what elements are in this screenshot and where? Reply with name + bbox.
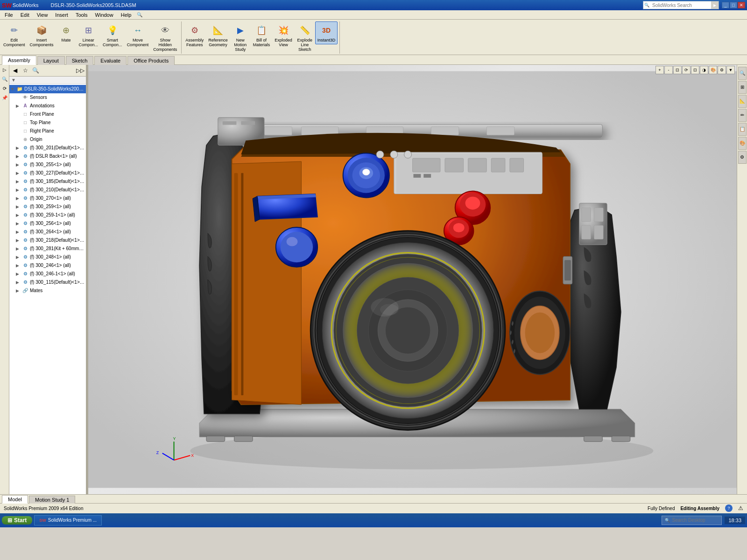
menu-view[interactable]: View	[33, 11, 52, 19]
tree-item-300-256[interactable]: ▶ ⚙ (f) 300_256<1> (all)	[9, 219, 86, 228]
sidebar-search-button[interactable]: 🔍	[31, 66, 40, 75]
edit-component-button[interactable]: ✏ EditComponent	[1, 21, 28, 49]
svg-rect-25	[413, 174, 421, 177]
linear-compon-button[interactable]: ⊞ LinearCompon...	[77, 21, 101, 49]
right-tool-3[interactable]: 📐	[738, 95, 747, 108]
appearance-button[interactable]: 🎨	[709, 66, 717, 74]
bill-of-materials-button[interactable]: 📋 Bill ofMaterials	[251, 21, 273, 49]
insert-components-button[interactable]: 📦 InsertComponents	[28, 21, 56, 49]
tab-assembly[interactable]: Assembly	[2, 56, 36, 65]
tree-item-300-281[interactable]: ▶ ⚙ (f) 300_281(Kit + 60mm)<1> (e	[9, 245, 86, 253]
maximize-button[interactable]: □	[730, 2, 737, 8]
right-tool-1[interactable]: 🔍	[738, 67, 747, 80]
tree-item-300-259[interactable]: ▶ ⚙ (f) 300_259<1> (all)	[9, 203, 86, 211]
assembly-features-button[interactable]: ⚙ AssemblyFeatures	[183, 21, 206, 49]
search-desktop-area[interactable]: 🔍	[662, 516, 722, 525]
settings-button[interactable]: ⚙	[718, 66, 726, 74]
expand-icon: ▶	[16, 104, 21, 108]
tab-layout[interactable]: Layout	[37, 56, 65, 65]
right-tool-2[interactable]: ⊞	[738, 81, 747, 94]
svg-text:Y: Y	[173, 436, 176, 441]
zoom-fit-button[interactable]: ⊡	[673, 66, 682, 74]
tree-item-300-259-1[interactable]: ▶ ⚙ (f) 300_259-1<1> (all)	[9, 211, 86, 219]
fully-defined-label: Fully Defined	[648, 506, 675, 511]
close-button[interactable]: ✕	[738, 2, 745, 8]
3d-viewport[interactable]: + - ⊡ ⟳ ⊡ ◑ 🎨 ⚙ ▼	[88, 65, 737, 494]
tree-item-300-185[interactable]: ▶ ⚙ (f) 300_185(Default)<1> (all)	[9, 177, 86, 186]
tab-model[interactable]: Model	[2, 495, 28, 504]
tree-item-mates[interactable]: ▶ 🔗 Mates	[9, 287, 86, 295]
tree-item-origin[interactable]: ⊕ Origin	[9, 135, 86, 144]
sidebar-star-button[interactable]: ☆	[21, 66, 30, 75]
tree-item-300-246-1[interactable]: ▶ ⚙ (f) 300_246-1<1> (all)	[9, 270, 86, 278]
help-icon[interactable]: ?	[725, 504, 733, 512]
reference-geometry-button[interactable]: 📐 ReferenceGeometry	[206, 21, 230, 49]
tree-item-annotations[interactable]: ▶ A Annotations	[9, 102, 86, 110]
tree-item-300-210[interactable]: ▶ ⚙ (f) 300_210(Default)<1> (all)	[9, 186, 86, 194]
smart-compon-button[interactable]: 💡 SmartCompon...	[100, 21, 125, 49]
warning-icon[interactable]: ⚠	[738, 505, 743, 511]
tree-item-300-218[interactable]: ▶ ⚙ (f) 300_218(Default)<1> (all)	[9, 236, 86, 245]
view-options-button[interactable]: ⊡	[691, 66, 699, 74]
move-component-button[interactable]: ↔ MoveComponent	[125, 21, 151, 49]
menu-window[interactable]: Window	[92, 11, 117, 19]
tree-item-dslr-back[interactable]: ▶ ⚙ (f) DSLR Back<1> (all)	[9, 152, 86, 161]
tree-item-300-246[interactable]: ▶ ⚙ (f) 300_246<1> (all)	[9, 261, 86, 270]
search-go-button[interactable]: ▶	[711, 1, 719, 9]
tab-sketch[interactable]: Sketch	[66, 56, 94, 65]
menu-edit[interactable]: Edit	[17, 11, 33, 19]
search-desktop-input[interactable]	[672, 518, 719, 523]
explode-line-button[interactable]: 📏 ExplodeLineSketch	[295, 21, 315, 54]
left-tool-pin[interactable]: 📌	[0, 94, 9, 102]
left-tool-select[interactable]: ▷	[0, 66, 9, 74]
sidebar-collapse-button[interactable]: ▷▷	[76, 66, 85, 75]
tab-office-products[interactable]: Office Products	[127, 56, 175, 65]
tree-item-300-270[interactable]: ▶ ⚙ (f) 300_270<1> (all)	[9, 194, 86, 203]
mate-button[interactable]: ⊕ Mate	[56, 21, 77, 44]
left-tool-rotate[interactable]: ⟳	[0, 84, 9, 93]
sw-edition-label: SolidWorks Premium 2009 x64 Edition	[4, 506, 83, 511]
start-button[interactable]: ⊞ Start	[2, 516, 32, 525]
smart-compon-icon: 💡	[105, 23, 120, 38]
tree-item-300-227[interactable]: ▶ ⚙ (f) 300_227(Default)<1> (all)	[9, 169, 86, 177]
new-motion-study-button[interactable]: ▶ NewMotionStudy	[230, 21, 251, 54]
show-hidden-button[interactable]: 👁 ShowHiddenComponents	[151, 21, 179, 54]
status-left: SolidWorks Premium 2009 x64 Edition	[4, 506, 83, 511]
menu-file[interactable]: File	[1, 11, 17, 19]
zoom-in-button[interactable]: +	[655, 66, 664, 74]
right-tool-5[interactable]: 📋	[738, 123, 747, 136]
tree-item-300-264[interactable]: ▶ ⚙ (f) 300_264<1> (all)	[9, 228, 86, 236]
tab-evaluate[interactable]: Evaluate	[94, 56, 127, 65]
tree-item-sensors[interactable]: 👁 Sensors	[9, 93, 86, 102]
right-tool-6[interactable]: 🎨	[738, 137, 747, 150]
tree-item-300-201[interactable]: ▶ ⚙ (f) 300_201(Default)<1> (all)	[9, 144, 86, 152]
exploded-view-button[interactable]: 💥 ExplodedView	[272, 21, 295, 49]
menu-insert[interactable]: Insert	[51, 11, 72, 19]
search-input[interactable]	[650, 3, 711, 8]
instant3d-button[interactable]: 3D Instant3D	[315, 21, 338, 44]
tree-item-300-115[interactable]: ▶ ⚙ (f) 300_115(Default)<1> (all)	[9, 278, 86, 287]
zoom-out-button[interactable]: -	[664, 66, 673, 74]
solidworks-search-box[interactable]: 🔍 ▶	[643, 1, 719, 9]
annotations-icon: A	[21, 102, 29, 110]
tree-item-front-plane[interactable]: □ Front Plane	[9, 110, 86, 119]
display-style-button[interactable]: ◑	[700, 66, 708, 74]
menu-tools[interactable]: Tools	[72, 11, 92, 19]
tab-motion-study-1[interactable]: Motion Study 1	[29, 496, 75, 504]
left-tool-zoom[interactable]: 🔍	[0, 75, 9, 84]
tree-item-root[interactable]: ▼ 📁 DSLR-350-SolidWorks2005 (all<all_	[9, 85, 86, 93]
tree-item-300-255[interactable]: ▶ ⚙ (f) 300_255<1> (all)	[9, 161, 86, 169]
tree-item-300-248[interactable]: ▶ ⚙ (f) 300_248<1> (all)	[9, 253, 86, 261]
tree-item-right-plane[interactable]: □ Right Plane	[9, 127, 86, 135]
sidebar-back-button[interactable]: ◀	[10, 66, 20, 75]
minimize-button[interactable]: _	[722, 2, 729, 8]
more-options-button[interactable]: ▼	[726, 66, 735, 74]
taskbar-item-solidworks[interactable]: SW SolidWorks Premium ...	[34, 515, 102, 525]
menu-help[interactable]: Help	[117, 11, 135, 19]
right-tool-4[interactable]: ✏	[738, 109, 747, 122]
right-tool-7[interactable]: ⚙	[738, 151, 747, 164]
svg-rect-11	[431, 126, 459, 135]
tree-item-top-plane[interactable]: □ Top Plane	[9, 119, 86, 127]
svg-rect-26	[423, 174, 431, 177]
rotate-view-button[interactable]: ⟳	[682, 66, 691, 74]
